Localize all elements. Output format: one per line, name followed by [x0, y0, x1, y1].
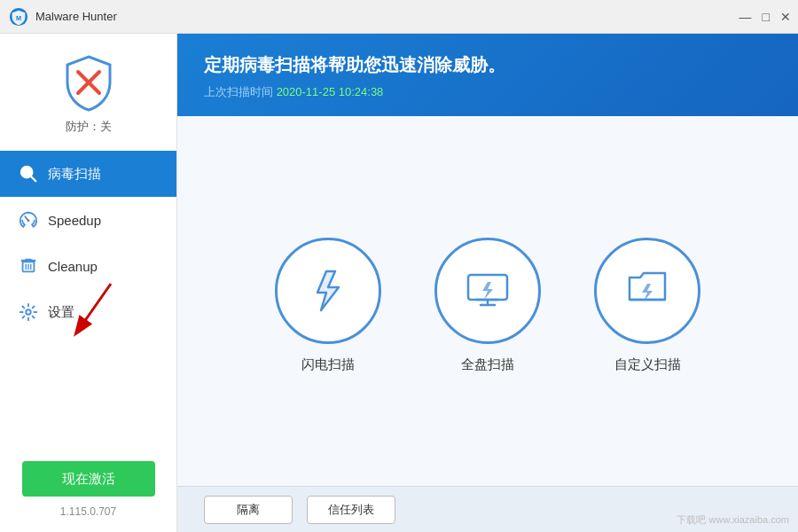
- header-banner: 定期病毒扫描将帮助您迅速消除威胁。 上次扫描时间 2020-11-25 10:2…: [177, 34, 798, 116]
- nav-item-speedup[interactable]: Speedup: [0, 197, 176, 243]
- scan-option-full[interactable]: 全盘扫描: [434, 238, 541, 373]
- scan-label-flash: 闪电扫描: [301, 356, 355, 373]
- nav-label-speedup: Speedup: [48, 213, 101, 228]
- restore-btn[interactable]: □: [763, 10, 770, 24]
- svg-line-5: [31, 176, 36, 182]
- speedup-icon: [18, 209, 39, 231]
- shield-container: 防护：关: [58, 51, 120, 135]
- minimize-btn[interactable]: —: [739, 10, 752, 24]
- shield-icon-wrap: [58, 51, 120, 113]
- scan-circle-custom: [594, 238, 700, 344]
- flash-scan-icon: [301, 264, 355, 317]
- sidebar-bottom: 现在激活 1.115.0.707: [0, 461, 176, 532]
- watermark: 下载吧 www.xiazaiba.com: [677, 513, 789, 527]
- sidebar: 防护：关 病毒扫描: [0, 34, 177, 532]
- nav-item-settings[interactable]: 设置: [0, 289, 176, 335]
- title-bar: M Malware Hunter — □ ✕: [0, 0, 798, 34]
- scan-option-custom[interactable]: 自定义扫描: [594, 238, 700, 373]
- header-title: 定期病毒扫描将帮助您迅速消除威胁。: [204, 53, 771, 77]
- protection-status: 防护：关: [66, 119, 112, 135]
- scan-option-flash[interactable]: 闪电扫描: [275, 238, 381, 373]
- version-label: 1.115.0.707: [60, 505, 116, 518]
- content-area: 定期病毒扫描将帮助您迅速消除威胁。 上次扫描时间 2020-11-25 10:2…: [177, 34, 798, 532]
- last-scan-label: 上次扫描时间: [204, 85, 273, 98]
- svg-point-9: [27, 220, 30, 223]
- settings-icon: [18, 301, 39, 323]
- cleanup-icon: [18, 255, 39, 277]
- app-logo: M: [9, 7, 28, 27]
- nav-label-cleanup: Cleanup: [48, 259, 98, 274]
- nav-label-scan: 病毒扫描: [48, 166, 101, 183]
- full-scan-icon: [461, 264, 514, 317]
- svg-point-16: [26, 309, 31, 315]
- window-controls: — □ ✕: [739, 10, 791, 24]
- last-scan-time: 2020-11-25 10:24:38: [277, 85, 384, 98]
- bottom-bar: 隔离 信任列表 下载吧 www.xiazaiba.com: [177, 486, 798, 532]
- scan-circle-full: [434, 238, 541, 344]
- main-layout: 防护：关 病毒扫描: [0, 34, 798, 532]
- custom-scan-icon: [621, 264, 674, 317]
- scan-label-full: 全盘扫描: [461, 356, 514, 373]
- scan-icon: [18, 163, 39, 184]
- svg-text:M: M: [16, 13, 21, 21]
- trust-list-button[interactable]: 信任列表: [307, 496, 395, 524]
- scan-label-custom: 自定义扫描: [614, 356, 681, 373]
- quarantine-button[interactable]: 隔离: [204, 496, 293, 524]
- close-btn[interactable]: ✕: [780, 10, 791, 24]
- nav-item-scan[interactable]: 病毒扫描: [0, 151, 176, 197]
- nav-item-cleanup[interactable]: Cleanup: [0, 243, 176, 289]
- activate-button[interactable]: 现在激活: [22, 461, 155, 497]
- app-title: Malware Hunter: [35, 10, 117, 23]
- nav-menu: 病毒扫描 Speedup: [0, 151, 176, 335]
- scan-options: 闪电扫描 全盘扫描: [177, 116, 798, 486]
- nav-label-settings: 设置: [48, 304, 74, 321]
- header-sub: 上次扫描时间 2020-11-25 10:24:38: [204, 84, 771, 100]
- scan-circle-flash: [275, 238, 381, 344]
- shield-icon: [59, 52, 119, 113]
